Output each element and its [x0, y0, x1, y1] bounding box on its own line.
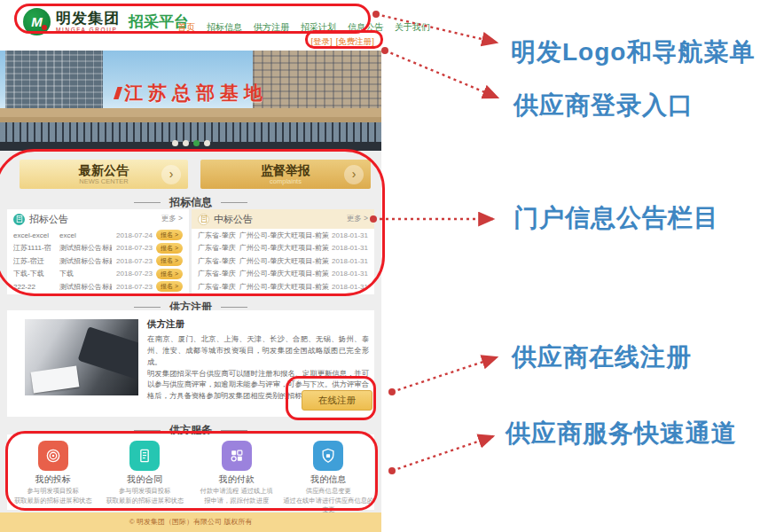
banner-facade-glass [0, 122, 381, 142]
photo-shape [31, 365, 80, 393]
award-row[interactable]: 广东省-肇庆 广州公司-肇庆大旺项目-前策定位... 2018-01-31 [192, 229, 374, 242]
supplier-register-panel: 供方注册 在南京、厦门、北京、上海、天津、长沙、合肥、无锡、扬州、泰州、淮安、成… [7, 310, 374, 417]
award-title: 广州公司-肇庆大旺项目-前策定位... [239, 256, 329, 266]
annotation-arrow-2 [381, 47, 498, 98]
award-title: 广州公司-肇庆大旺项目-前策定位... [239, 243, 329, 253]
divider [221, 307, 247, 308]
divider [221, 202, 247, 203]
nav-item-supplier-register[interactable]: 供方注册 [254, 21, 289, 34]
award-region: 广东省-肇庆 [198, 243, 236, 253]
service-title: 我的合同 [99, 473, 192, 486]
online-register-button[interactable]: 在线注册 [302, 390, 372, 411]
award-region: 广东省-肇庆 [198, 269, 236, 278]
main-nav: 首页 招标信息 供方注册 招采计划 信息公告 关于我们 [177, 21, 430, 34]
award-region: 广东省-肇庆 [198, 282, 236, 292]
divider [221, 430, 247, 431]
tender-name: 222-22 [13, 283, 59, 291]
tender-title: 测试招标公告标题222 [59, 282, 112, 292]
award-title: 广州公司-肇庆大旺项目-前策定位... [239, 231, 329, 240]
signup-button[interactable]: 报名 > [156, 243, 183, 254]
annotation-label-portal-info: 门户信息公告栏目 [513, 201, 719, 235]
award-row[interactable]: 广东省-肇庆 广州公司-肇庆大旺项目-前策定位... 2018-01-31 [192, 268, 374, 281]
tender-more-link[interactable]: 更多 > [161, 214, 183, 224]
annotation-label-logo-nav: 明发Logo和导航菜单 [511, 35, 755, 69]
award-row[interactable]: 广东省-肇庆 广州公司-肇庆大旺项目-前策定位... 2018-01-31 [192, 242, 374, 255]
nav-item-bidding-info[interactable]: 招标信息 [207, 21, 242, 34]
carousel-dot[interactable] [172, 140, 178, 146]
award-column-title: 中标公告 [214, 213, 347, 226]
logo-cn-text: 明发集团 [56, 11, 120, 26]
award-icon [198, 214, 209, 225]
carousel-dot-active[interactable] [193, 140, 200, 146]
annotation-arrow-5 [388, 436, 493, 474]
tender-date: 2018-07-23 [112, 283, 153, 291]
award-date: 2018-01-31 [332, 231, 368, 239]
latest-news-button[interactable]: 最新公告 NEWS CENTER › [20, 160, 188, 189]
latest-news-title: 最新公告 [79, 163, 129, 177]
service-my-payments[interactable]: 我的付款 付款申请流程 通过线上填 报申请，跟踪付款进度 [191, 441, 283, 510]
award-row[interactable]: 广东省-肇庆 广州公司-肇庆大旺项目-前策定位... 2018-01-31 [192, 254, 374, 268]
award-date: 2018-01-31 [332, 270, 368, 278]
free-register-link[interactable]: [免费注册] [336, 36, 374, 48]
tender-row[interactable]: excel-excel excel 2018-07-24 报名 > [7, 229, 189, 242]
circle-arrow-icon: › [344, 165, 364, 184]
photo-shape [78, 326, 138, 379]
logo-texts: 明发集团 MINGFA GROUP [56, 11, 120, 34]
mingfa-logo[interactable]: M 明发集团 MINGFA GROUP 招采平台 [23, 8, 189, 35]
signup-button[interactable]: 报名 > [156, 269, 183, 279]
nav-item-procurement-plan[interactable]: 招采计划 [301, 21, 336, 34]
complaints-title: 监督举报 [261, 163, 310, 177]
tender-date: 2018-07-24 [112, 231, 153, 239]
register-heading: 供方注册 [147, 318, 369, 331]
carousel-dots [0, 140, 381, 146]
award-announcements-column: 中标公告 更多 > 广东省-肇庆 广州公司-肇庆大旺项目-前策定位... 201… [192, 209, 374, 294]
service-desc: 付款申请流程 通过线上填 [191, 487, 283, 496]
annotation-arrow-3 [370, 215, 493, 223]
tender-row[interactable]: 江苏-宿迁 测试招标公告标题附件 2018-07-23 报名 > [7, 254, 189, 268]
tender-title: 测试招标公告标题附件 [59, 256, 112, 266]
carousel-dot[interactable] [183, 140, 189, 146]
award-date: 2018-01-31 [332, 257, 368, 265]
service-desc: 参与明发项目投标 [7, 487, 99, 496]
tender-row[interactable]: 下载-下载 下载 2018-07-23 报名 > [7, 268, 189, 281]
service-desc: 报申请，跟踪付款进度 [191, 497, 283, 505]
signup-button[interactable]: 报名 > [156, 281, 183, 292]
service-my-bids[interactable]: 我的投标 参与明发项目投标 获取最新的招标进展和状态 [7, 441, 99, 510]
service-desc: 通过在线申请进行供应商信息的变更 [283, 497, 375, 514]
login-link[interactable]: [登录] [310, 36, 332, 48]
service-my-contracts[interactable]: 我的合同 参与明发项目投标 获取最新的招标进展和状态 [99, 441, 192, 510]
complaints-button[interactable]: 监督举报 complaints › [200, 160, 371, 189]
tender-row[interactable]: 222-22 测试招标公告标题222 2018-07-23 报名 > [7, 280, 189, 293]
service-my-info[interactable]: 我的信息 供应商信息变更 通过在线申请进行供应商信息的变更 [283, 441, 375, 510]
section-title-bidding-info: 招标信息 [0, 195, 381, 210]
mingfa-logo-icon: M [23, 8, 51, 35]
shield-icon [313, 441, 343, 471]
service-desc: 供应商信息变更 [283, 487, 375, 496]
divider [134, 202, 161, 203]
nav-item-home[interactable]: 首页 [177, 21, 195, 34]
login-row: [登录] [免费注册] [310, 36, 374, 48]
tender-row[interactable]: 江苏1111-宿 测试招标公告标题1111 2018-07-23 报名 > [7, 242, 189, 255]
tender-date: 2018-07-23 [112, 270, 153, 278]
annotation-label-service-channel: 供应商服务快速通道 [506, 417, 737, 450]
tender-title: 下载 [59, 269, 112, 278]
tender-title: excel [59, 231, 112, 239]
contract-icon [129, 441, 160, 471]
award-more-link[interactable]: 更多 > [347, 214, 368, 224]
signup-button[interactable]: 报名 > [156, 230, 183, 240]
carousel-dot[interactable] [204, 140, 210, 146]
logo-red-dot [42, 25, 47, 30]
signup-button[interactable]: 报名 > [156, 255, 183, 266]
award-row[interactable]: 广东省-肇庆 广州公司-肇庆大旺项目-前策定位... 2018-01-31 [192, 280, 374, 293]
nav-item-about-us[interactable]: 关于我们 [395, 21, 430, 34]
tender-name: 下载-下载 [13, 269, 59, 278]
screenshot-stage: M 明发集团 MINGFA GROUP 招采平台 首页 招标信息 供方注册 招采… [0, 0, 776, 532]
hero-banner[interactable]: 江苏总部基地 [0, 51, 381, 151]
service-title: 我的信息 [283, 473, 375, 486]
payment-icon [222, 441, 252, 471]
nav-item-announcements[interactable]: 信息公告 [348, 21, 383, 34]
banner-title-text: 江苏总部基地 [124, 82, 268, 103]
tender-column-header: 招标公告 更多 > [7, 209, 189, 229]
award-date: 2018-01-31 [332, 244, 368, 252]
tender-name: excel-excel [13, 231, 59, 239]
